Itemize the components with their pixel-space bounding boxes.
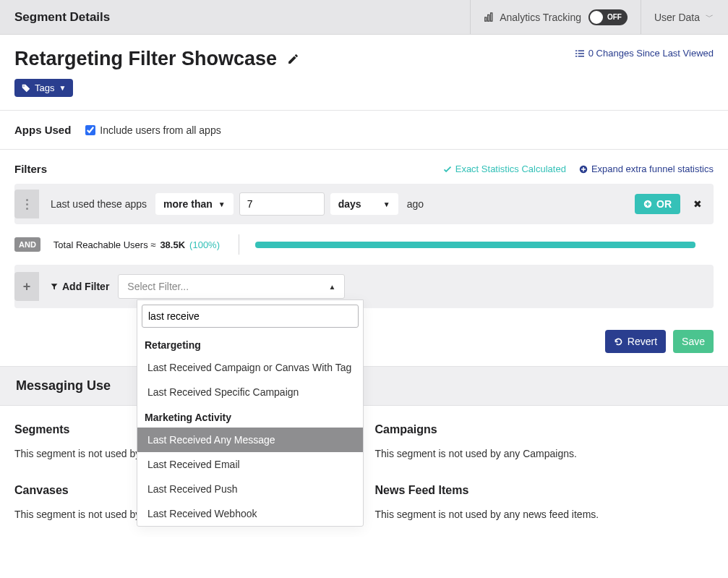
add-filter-row: + Add Filter Select Filter... ▲ Retarget… bbox=[14, 265, 714, 308]
remove-filter-button[interactable]: ✖ bbox=[690, 198, 705, 210]
reachable-prefix: Total Reachable Users ≈ bbox=[53, 239, 156, 250]
filter-field-label: Last used these apps bbox=[51, 198, 147, 210]
filters-header: Filters Exact Statistics Calculated Expa… bbox=[0, 150, 728, 184]
exact-statistics-text: Exact Statistics Calculated bbox=[455, 163, 566, 174]
analytics-toggle-state: OFF bbox=[607, 13, 622, 21]
caret-up-icon: ▲ bbox=[328, 283, 335, 291]
save-label: Save bbox=[682, 336, 705, 347]
select-filter-dropdown[interactable]: Select Filter... ▲ bbox=[118, 274, 345, 299]
campaigns-column: Campaigns This segment is not used by an… bbox=[375, 423, 714, 520]
include-all-apps-checkbox[interactable] bbox=[85, 125, 95, 135]
include-all-apps-checkbox-row[interactable]: Include users from all apps bbox=[85, 124, 220, 136]
dropdown-group-retargeting: Retargeting bbox=[137, 332, 363, 355]
analytics-toggle[interactable]: OFF bbox=[588, 9, 628, 25]
analytics-tracking-label: Analytics Tracking bbox=[500, 12, 581, 23]
chevron-down-icon: ﹀ bbox=[706, 12, 714, 22]
drag-handle[interactable] bbox=[14, 190, 39, 218]
tags-label: Tags bbox=[35, 82, 54, 93]
svg-rect-8 bbox=[578, 56, 584, 57]
svg-rect-11 bbox=[581, 169, 586, 170]
suffix-label: ago bbox=[407, 198, 424, 210]
reach-progress-fill bbox=[255, 242, 695, 248]
caret-down-icon: ▼ bbox=[383, 200, 390, 208]
or-label: OR bbox=[656, 198, 672, 210]
divider bbox=[239, 234, 239, 255]
apps-used-label: Apps Used bbox=[14, 124, 71, 136]
svg-rect-7 bbox=[575, 56, 577, 57]
apps-used-section: Apps Used Include users from all apps bbox=[0, 111, 728, 149]
edit-icon[interactable] bbox=[287, 53, 299, 65]
add-filter-label: Add Filter bbox=[62, 281, 109, 292]
filters-label: Filters bbox=[14, 163, 47, 175]
undo-icon bbox=[614, 337, 623, 347]
dropdown-option[interactable]: Last Received Email bbox=[137, 452, 363, 477]
reachable-pct: (100%) bbox=[189, 239, 220, 250]
caret-down-icon: ▼ bbox=[59, 84, 66, 92]
and-chip: AND bbox=[14, 237, 40, 252]
reachable-users-text: Total Reachable Users ≈ 38.5K (100%) bbox=[53, 239, 220, 250]
revert-label: Revert bbox=[628, 336, 657, 347]
svg-rect-0 bbox=[485, 17, 487, 21]
tag-icon bbox=[22, 84, 30, 93]
tags-button[interactable]: Tags ▼ bbox=[14, 79, 73, 97]
actions-row: Revert Save bbox=[0, 308, 728, 366]
filter-dropdown-panel: Retargeting Last Received Campaign or Ca… bbox=[137, 299, 364, 527]
newsfeed-heading: News Feed Items bbox=[375, 484, 714, 497]
filters-header-right: Exact Statistics Calculated Expand extra… bbox=[443, 163, 714, 174]
value-input[interactable] bbox=[239, 192, 325, 216]
dropdown-option[interactable]: Last Received Specific Campaign bbox=[137, 380, 363, 404]
dropdown-group-marketing: Marketing Activity bbox=[137, 404, 363, 428]
caret-down-icon: ▼ bbox=[218, 200, 226, 208]
reach-row: AND Total Reachable Users ≈ 38.5K (100%) bbox=[0, 224, 728, 265]
expand-funnel-link[interactable]: Expand extra funnel statistics bbox=[579, 163, 714, 174]
segment-title-wrap: Retargeting Filter Showcase bbox=[14, 48, 299, 70]
newsfeed-text: This segment is not used by any news fee… bbox=[375, 509, 714, 520]
plus-circle-icon bbox=[643, 200, 652, 208]
topbar-right: Analytics Tracking OFF User Data ﹀ bbox=[470, 0, 714, 34]
svg-rect-5 bbox=[575, 53, 577, 54]
reach-progress bbox=[255, 242, 695, 248]
tags-row: Tags ▼ bbox=[0, 79, 728, 110]
or-button[interactable]: OR bbox=[635, 194, 680, 214]
unit-select[interactable]: days ▼ bbox=[330, 193, 398, 215]
svg-rect-6 bbox=[578, 53, 584, 54]
list-icon bbox=[575, 49, 584, 58]
filter-row-actions: OR ✖ bbox=[635, 194, 705, 214]
dropdown-option[interactable]: Last Received Campaign or Canvas With Ta… bbox=[137, 355, 363, 380]
campaigns-heading: Campaigns bbox=[375, 423, 714, 436]
messaging-grid: Segments This segment is not used by any… bbox=[0, 406, 728, 537]
user-data-dropdown[interactable]: User Data ﹀ bbox=[641, 0, 714, 34]
unit-value: days bbox=[338, 198, 361, 210]
campaigns-text: This segment is not used by any Campaign… bbox=[375, 448, 714, 459]
filter-search-input[interactable] bbox=[142, 305, 359, 328]
analytics-tracking-toggle-section: Analytics Tracking OFF bbox=[470, 0, 641, 34]
changes-text: 0 Changes Since Last Viewed bbox=[588, 48, 714, 59]
save-button[interactable]: Save bbox=[673, 330, 714, 353]
filter-row-1: Last used these apps more than ▼ days ▼ … bbox=[14, 184, 714, 224]
svg-rect-14 bbox=[646, 203, 650, 205]
segment-title: Retargeting Filter Showcase bbox=[14, 48, 277, 70]
svg-rect-4 bbox=[578, 50, 584, 51]
svg-rect-1 bbox=[488, 14, 489, 21]
add-filter-handle[interactable]: + bbox=[14, 272, 39, 301]
dropdown-option[interactable]: Last Received Push bbox=[137, 477, 363, 501]
check-icon bbox=[443, 165, 452, 174]
exact-statistics-status: Exact Statistics Calculated bbox=[443, 163, 566, 174]
include-all-apps-label: Include users from all apps bbox=[100, 124, 220, 136]
bar-chart-icon bbox=[484, 12, 494, 22]
page-title: Segment Details bbox=[14, 10, 110, 25]
plus-circle-icon bbox=[579, 165, 588, 174]
add-filter-label-wrap: Add Filter bbox=[51, 281, 109, 292]
title-row: Retargeting Filter Showcase 0 Changes Si… bbox=[0, 35, 728, 79]
topbar: Segment Details Analytics Tracking OFF U… bbox=[0, 0, 728, 35]
comparator-select[interactable]: more than ▼ bbox=[155, 193, 234, 215]
dropdown-option-highlighted[interactable]: Last Received Any Message bbox=[137, 428, 363, 452]
reachable-count: 38.5K bbox=[160, 239, 185, 250]
user-data-label: User Data bbox=[654, 12, 700, 23]
comparator-value: more than bbox=[163, 198, 213, 210]
revert-button[interactable]: Revert bbox=[605, 330, 666, 353]
dropdown-option[interactable]: Last Received Webhook bbox=[137, 501, 363, 526]
changes-since-viewed-link[interactable]: 0 Changes Since Last Viewed bbox=[575, 48, 714, 59]
svg-rect-3 bbox=[575, 50, 577, 51]
svg-rect-2 bbox=[491, 12, 492, 20]
